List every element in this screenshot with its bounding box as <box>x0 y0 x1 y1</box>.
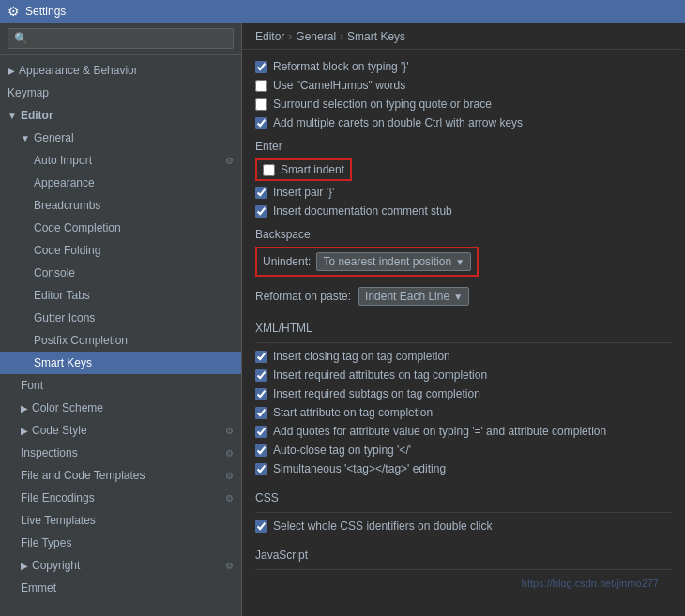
sidebar-item-smart-keys[interactable]: Smart Keys <box>0 352 241 374</box>
sidebar-item-label: Postfix Completion <box>34 332 128 349</box>
sidebar-item-keymap[interactable]: Keymap <box>0 82 241 104</box>
sidebar-item-label: File Types <box>21 534 71 551</box>
surround-label: Surround selection on typing quote or br… <box>273 98 492 111</box>
sidebar-item-label: Inspections <box>21 444 78 461</box>
insert-closing-row: Insert closing tag on tag completion <box>255 347 672 366</box>
auto-close-label: Auto-close tag on typing '</' <box>273 443 411 457</box>
search-input[interactable] <box>32 32 227 45</box>
sidebar-item-code-folding[interactable]: Code Folding <box>0 239 241 262</box>
sidebar-item-editor[interactable]: Editor <box>0 104 241 127</box>
camel-checkbox[interactable] <box>255 80 267 92</box>
app-icon: ⚙ <box>8 4 20 19</box>
sidebar-item-live-templates[interactable]: Live Templates <box>0 509 241 532</box>
sidebar-item-label: General <box>34 129 74 146</box>
gear-icon: ⚙ <box>225 424 234 438</box>
simultaneous-label: Simultaneous '<tag></tag>' editing <box>273 462 446 475</box>
sep-icon: › <box>288 30 292 43</box>
sidebar-item-label: Code Completion <box>34 219 121 236</box>
sidebar-item-file-code-templates[interactable]: File and Code Templates ⚙ <box>0 464 241 487</box>
arrow-icon <box>21 131 30 145</box>
sidebar-item-appearance[interactable]: Appearance <box>0 172 241 194</box>
insert-req-sub-checkbox[interactable] <box>255 388 267 400</box>
gear-icon: ⚙ <box>225 559 234 573</box>
auto-close-checkbox[interactable] <box>255 444 267 457</box>
title-bar: ⚙ Settings <box>0 0 685 23</box>
reformat-paste-dropdown[interactable]: Indent Each Line ▼ <box>358 287 469 306</box>
sidebar-item-label: Code Style <box>32 422 87 439</box>
unindent-dropdown[interactable]: To nearest indent position ▼ <box>316 252 471 271</box>
insert-doc-row: Insert documentation comment stub <box>255 202 672 220</box>
gear-icon: ⚙ <box>225 491 234 505</box>
watermark: https://blog.csdn.net/jinmo277 <box>255 574 672 593</box>
sidebar-item-general[interactable]: General <box>0 127 241 149</box>
sidebar-item-label: Console <box>34 264 75 281</box>
settings-content: Reformat block on typing '}' Use "CamelH… <box>242 50 685 616</box>
sidebar-item-label: Live Templates <box>21 512 96 529</box>
css-divider <box>255 512 672 513</box>
arrow-icon <box>21 559 28 573</box>
start-attr-checkbox[interactable] <box>255 407 267 419</box>
insert-pair-row: Insert pair '}' <box>255 183 672 202</box>
smart-indent-checkbox[interactable] <box>263 164 275 176</box>
carets-label: Add multiple carets on double Ctrl with … <box>273 116 523 129</box>
sidebar-item-label: Breadcrumbs <box>34 197 100 214</box>
sidebar-item-label: Appearance & Behavior <box>19 62 138 79</box>
sidebar-item-file-types[interactable]: File Types <box>0 532 241 554</box>
sidebar-item-editor-tabs[interactable]: Editor Tabs <box>0 284 241 307</box>
reformat-label: Reformat block on typing '}' <box>273 60 409 73</box>
insert-req-attr-checkbox[interactable] <box>255 369 267 382</box>
sidebar-item-appearance-behavior[interactable]: Appearance & Behavior <box>0 59 241 82</box>
sidebar-item-code-style[interactable]: Code Style ⚙ <box>0 419 241 442</box>
sidebar-item-gutter-icons[interactable]: Gutter Icons <box>0 307 241 329</box>
search-box[interactable]: 🔍 <box>8 28 234 49</box>
camel-row: Use "CamelHumps" words <box>255 76 672 95</box>
sidebar-item-file-encodings[interactable]: File Encodings ⚙ <box>0 487 241 509</box>
carets-checkbox[interactable] <box>255 117 267 129</box>
surround-checkbox[interactable] <box>255 98 267 111</box>
sidebar-item-copyright[interactable]: Copyright ⚙ <box>0 554 241 577</box>
sidebar-item-label: Code Folding <box>34 242 100 259</box>
reformat-checkbox[interactable] <box>255 61 267 73</box>
sidebar-item-console[interactable]: Console <box>0 262 241 284</box>
xml-section-label: XML/HTML <box>255 314 672 338</box>
insert-doc-label: Insert documentation comment stub <box>273 204 452 218</box>
arrow-icon <box>21 401 28 415</box>
sidebar-item-label: Color Scheme <box>32 399 103 416</box>
insert-req-attr-row: Insert required attributes on tag comple… <box>255 366 672 384</box>
breadcrumb: Editor › General › Smart Keys <box>242 23 685 50</box>
main-panel: Editor › General › Smart Keys Reformat b… <box>242 23 685 616</box>
sidebar-item-label: File and Code Templates <box>21 467 145 484</box>
sidebar-item-emmet[interactable]: Emmet <box>0 577 241 599</box>
insert-pair-checkbox[interactable] <box>255 187 267 199</box>
simultaneous-checkbox[interactable] <box>255 463 267 475</box>
add-quotes-checkbox[interactable] <box>255 426 267 438</box>
select-css-checkbox[interactable] <box>255 520 267 533</box>
camel-label: Use "CamelHumps" words <box>273 79 405 92</box>
insert-closing-label: Insert closing tag on tag completion <box>273 350 450 363</box>
sidebar-item-inspections[interactable]: Inspections ⚙ <box>0 442 241 464</box>
sidebar-item-postfix-completion[interactable]: Postfix Completion <box>0 329 241 352</box>
sidebar-item-breadcrumbs[interactable]: Breadcrumbs <box>0 194 241 217</box>
sidebar-item-auto-import[interactable]: Auto Import ⚙ <box>0 149 241 172</box>
breadcrumb-smart-keys: Smart Keys <box>347 30 405 43</box>
javascript-section-label: JavaScript <box>255 541 672 565</box>
sidebar-item-font[interactable]: Font <box>0 374 241 397</box>
dropdown-arrow-icon: ▼ <box>453 292 463 302</box>
select-css-label: Select whole CSS identifiers on double c… <box>273 519 492 533</box>
sidebar-item-color-scheme[interactable]: Color Scheme <box>0 397 241 419</box>
reformat-paste-value: Indent Each Line <box>365 290 449 303</box>
arrow-icon <box>8 109 17 123</box>
sidebar: 🔍 Appearance & Behavior Keymap Editor <box>0 23 242 616</box>
gear-icon: ⚙ <box>225 154 234 168</box>
surround-row: Surround selection on typing quote or br… <box>255 95 672 113</box>
sidebar-item-label: File Encodings <box>21 489 95 506</box>
enter-section-label: Enter <box>255 132 672 157</box>
insert-req-attr-label: Insert required attributes on tag comple… <box>273 368 487 382</box>
insert-doc-checkbox[interactable] <box>255 205 267 218</box>
sep-icon: › <box>340 30 343 43</box>
insert-closing-checkbox[interactable] <box>255 351 267 363</box>
breadcrumb-editor: Editor <box>255 30 284 43</box>
sidebar-item-code-completion[interactable]: Code Completion <box>0 217 241 239</box>
add-quotes-label: Add quotes for attribute value on typing… <box>273 425 606 438</box>
arrow-icon <box>21 424 28 438</box>
